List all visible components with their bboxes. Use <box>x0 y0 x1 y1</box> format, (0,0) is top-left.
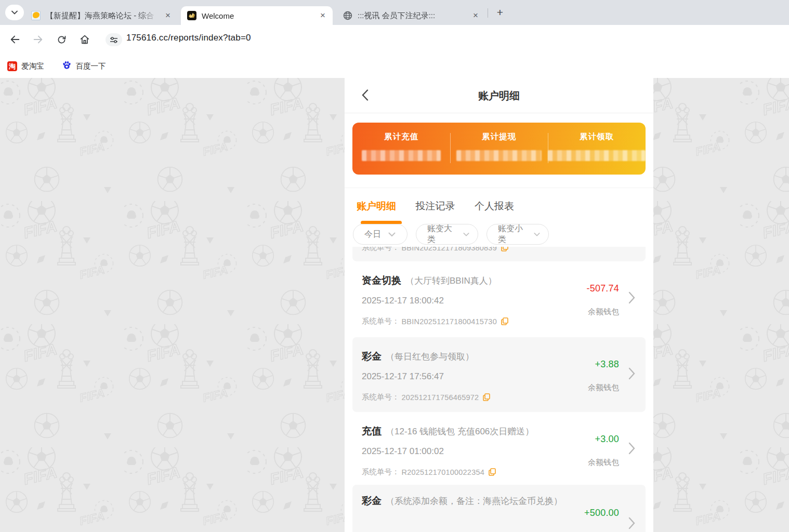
order-number-line: 系统单号： BBIN202512171800415730 <box>362 316 508 326</box>
url-bar[interactable]: 175616.cc/reports/index?tab=0 <box>126 33 251 43</box>
stat-label: 累计领取 <box>548 131 646 142</box>
filter-date-dropdown[interactable]: 今日 <box>353 224 407 245</box>
close-icon[interactable]: × <box>471 11 480 20</box>
masked-value <box>548 150 646 161</box>
order-number: 202512171756465972 <box>402 393 479 402</box>
reload-icon <box>56 34 67 45</box>
forward-button[interactable] <box>30 32 46 47</box>
reload-button[interactable] <box>54 32 69 47</box>
account-detail-panel: 账户明细 累计充值 累计提现 累计领取 账户明细 投注记录 个人报表 <box>345 78 653 532</box>
stat-label: 累计提现 <box>450 131 548 142</box>
copy-icon[interactable] <box>501 317 508 325</box>
copy-icon[interactable] <box>483 393 490 401</box>
filter-label: 账变大类 <box>427 223 456 245</box>
browser-tab-welcome[interactable]: Welcome × <box>181 6 333 25</box>
stat-total-withdrawal: 累计提现 <box>450 123 548 175</box>
back-chevron-button[interactable] <box>357 87 373 103</box>
tune-icon <box>110 36 118 44</box>
panel-header: 账户明细 <box>345 78 653 113</box>
chevron-down-icon <box>534 232 540 237</box>
chevron-down-icon <box>11 10 18 15</box>
amount: +500.00 <box>584 508 619 518</box>
arrow-right-icon <box>32 34 44 45</box>
baidu-paw-icon <box>62 60 72 72</box>
page-title: 账户明细 <box>345 78 653 113</box>
bookmark-aitaobao[interactable]: 淘 爱淘宝 <box>7 61 44 71</box>
divider <box>450 133 451 163</box>
amount: +3.88 <box>595 359 619 370</box>
transaction-row[interactable]: 资金切换（大厅转到BBIN真人） 2025-12-17 18:00:42 系统单… <box>345 261 653 334</box>
chevron-right-icon[interactable] <box>628 291 635 306</box>
browser-tab-strip: 【新提醒】海燕策略论坛 - 综合 × Welcome × :::视讯 会员下注纪… <box>0 0 789 25</box>
page-background: FIFA 账户明细 <box>0 78 789 532</box>
tab-bet-records[interactable]: 投注记录 <box>415 200 455 213</box>
filter-label: 今日 <box>364 229 381 240</box>
transaction-note: （系统添加余额，备注：海燕论坛金币兑换） <box>386 496 562 506</box>
stat-total-deposit: 累计充值 <box>352 123 450 175</box>
chevron-right-icon[interactable] <box>628 367 635 382</box>
site-settings-chip[interactable] <box>106 33 122 46</box>
welcome-favicon-icon <box>187 11 196 20</box>
home-button[interactable] <box>77 32 93 47</box>
cumulative-stats-card: 累计充值 累计提现 累计领取 <box>352 123 646 175</box>
chevron-left-icon <box>362 89 369 101</box>
chevron-down-icon <box>388 232 396 237</box>
filter-major-category-dropdown[interactable]: 账变大类 <box>416 224 478 245</box>
chevron-right-icon[interactable] <box>628 442 635 457</box>
wallet-name: 余额钱包 <box>588 383 619 393</box>
order-number-line: 系统单号： 202512171756465972 <box>362 392 490 402</box>
wallet-name: 余额钱包 <box>588 458 619 468</box>
order-label: 系统单号： <box>362 392 400 402</box>
order-label: 系统单号： <box>362 247 400 252</box>
transaction-row[interactable]: 彩金（每日红包参与领取） 2025-12-17 17:56:47 系统单号： 2… <box>352 337 646 412</box>
transaction-row[interactable]: 彩金（系统添加余额，备注：海燕论坛金币兑换） +500.00 <box>352 485 646 532</box>
order-label: 系统单号： <box>362 316 400 326</box>
transaction-note: （每日红包参与领取） <box>386 352 474 362</box>
amount: -507.74 <box>587 283 619 294</box>
taobao-icon: 淘 <box>7 61 17 71</box>
report-tabs: 账户明细 投注记录 个人报表 <box>345 188 653 224</box>
copy-icon[interactable] <box>489 468 496 476</box>
transaction-datetime: 2025-12-17 01:00:02 <box>362 446 444 457</box>
masked-value <box>456 150 542 161</box>
browser-tab-forum[interactable]: 【新提醒】海燕策略论坛 - 综合 × <box>25 6 178 25</box>
tab-title: 【新提醒】海燕策略论坛 - 综合 <box>46 11 159 21</box>
tab-title: :::视讯 会员下注纪录::: <box>358 11 467 21</box>
stat-label: 累计充值 <box>352 131 450 142</box>
order-number: BBIN202512171809380839 <box>402 247 497 252</box>
transaction-note: （12-16 钱能钱包 充值606次日赠送） <box>386 427 534 436</box>
back-button[interactable] <box>7 32 23 47</box>
order-number: R202512170100022354 <box>402 468 484 476</box>
tab-account-detail[interactable]: 账户明细 <box>357 200 396 213</box>
order-label: 系统单号： <box>362 467 400 477</box>
order-number: BBIN202512171800415730 <box>402 317 497 326</box>
tab-personal-report[interactable]: 个人报表 <box>475 200 514 213</box>
divider <box>548 133 548 163</box>
bookmarks-bar: 淘 爱淘宝 百度一下 <box>0 54 789 78</box>
transaction-type: 充值（12-16 钱能钱包 充值606次日赠送） <box>362 423 534 440</box>
forum-favicon-icon <box>31 11 41 20</box>
globe-icon <box>343 11 352 20</box>
bookmark-baidu[interactable]: 百度一下 <box>62 60 106 72</box>
arrow-left-icon <box>9 34 21 45</box>
filter-bar: 今日 账变大类 账变小类 <box>345 224 653 245</box>
close-icon[interactable]: × <box>318 11 327 20</box>
browser-toolbar: 175616.cc/reports/index?tab=0 <box>0 25 789 54</box>
tab-title: Welcome <box>202 11 314 20</box>
transaction-datetime: 2025-12-17 17:56:47 <box>362 371 444 382</box>
transaction-row[interactable]: 充值（12-16 钱能钱包 充值606次日赠送） 2025-12-17 01:0… <box>345 412 653 482</box>
close-icon[interactable]: × <box>163 11 173 20</box>
filter-minor-category-dropdown[interactable]: 账变小类 <box>486 224 549 245</box>
bookmark-label: 百度一下 <box>76 61 106 71</box>
tab-search-button[interactable] <box>5 5 24 20</box>
chevron-right-icon[interactable] <box>628 517 635 531</box>
browser-tab-betting-records[interactable]: :::视讯 会员下注纪录::: × <box>337 6 485 25</box>
new-tab-button[interactable]: + <box>493 6 507 20</box>
order-number-line: 系统单号： R202512170100022354 <box>362 467 496 477</box>
wallet-name: 余额钱包 <box>588 307 619 317</box>
transaction-note: （大厅转到BBIN真人） <box>405 276 497 286</box>
order-number-line: 系统单号： BBIN202512171809380839 <box>362 247 508 252</box>
home-icon <box>79 34 90 45</box>
copy-icon[interactable] <box>501 247 508 251</box>
transaction-row-partial[interactable]: 系统单号： BBIN202512171809380839 <box>352 247 646 261</box>
